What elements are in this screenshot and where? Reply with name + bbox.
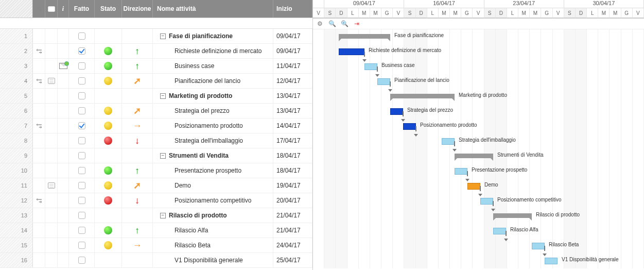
cell-note[interactable] — [45, 29, 58, 43]
cell-attach[interactable] — [33, 104, 45, 118]
cell-done[interactable] — [69, 208, 95, 223]
cell-note[interactable] — [45, 89, 58, 103]
table-row[interactable]: 9−Strumenti di Vendita18/04/17 — [0, 148, 312, 163]
done-checkbox[interactable] — [78, 32, 85, 40]
cell-info[interactable] — [58, 148, 69, 163]
day-header[interactable]: S — [564, 8, 576, 18]
table-row[interactable]: 3↑Business case11/04/17 — [0, 59, 312, 74]
cell-note[interactable] — [45, 148, 58, 163]
cell-done[interactable] — [69, 89, 95, 103]
table-row[interactable]: 12⥃↓Posizionamento competitivo20/04/17 — [0, 193, 312, 208]
table-row[interactable]: 13−Rilascio di prodotto21/04/17 — [0, 208, 312, 223]
col-attachment[interactable]: ⥃ — [33, 0, 45, 18]
gantt-summary-bar[interactable] — [390, 94, 455, 98]
gantt-row[interactable]: V1 Disponibilità generale — [313, 254, 644, 268]
cell-start[interactable]: 09/04/17 — [273, 29, 312, 43]
done-checkbox[interactable] — [78, 152, 85, 159]
cell-note[interactable] — [45, 238, 58, 252]
cell-direction[interactable]: ➚ — [122, 74, 153, 88]
cell-info[interactable] — [58, 104, 69, 118]
cell-state[interactable] — [95, 29, 122, 43]
table-row[interactable]: 2⥃↑Richieste definizione di mercato09/04… — [0, 44, 312, 59]
done-checkbox[interactable] — [78, 212, 85, 219]
table-row[interactable]: 10↑Presentazione prospetto18/04/17 — [0, 163, 312, 178]
done-checkbox[interactable] — [78, 62, 85, 70]
day-header[interactable]: M — [610, 8, 621, 18]
cell-direction[interactable] — [122, 89, 153, 103]
zoom-out-icon[interactable]: 🔍- — [328, 20, 336, 27]
cell-note[interactable] — [45, 59, 58, 73]
cell-name[interactable]: −Fase di pianificazione — [153, 29, 273, 43]
cell-state[interactable] — [95, 44, 122, 58]
indent-icon[interactable]: ⇥ — [353, 20, 360, 27]
cell-note[interactable] — [45, 119, 58, 133]
cell-attach[interactable]: ⥃ — [33, 193, 45, 208]
day-header[interactable]: G — [621, 8, 633, 18]
cell-direction[interactable]: → — [122, 119, 153, 133]
cell-attach[interactable] — [33, 208, 45, 223]
col-rownum[interactable] — [0, 0, 33, 18]
done-checkbox[interactable] — [78, 122, 85, 129]
table-row[interactable]: 8↓Strategia dell'imballaggio17/04/17 — [0, 133, 312, 148]
cell-name[interactable]: V1 Disponibilità generale — [153, 253, 273, 267]
cell-name[interactable]: −Strumenti di Vendita — [153, 148, 273, 163]
cell-attach[interactable] — [33, 59, 45, 73]
cell-done[interactable] — [69, 253, 95, 267]
cell-info[interactable] — [58, 178, 69, 193]
done-checkbox[interactable] — [78, 197, 85, 204]
cell-start[interactable]: 18/04/17 — [273, 163, 312, 178]
week-header[interactable]: 09/04/17 — [324, 0, 404, 8]
cell-state[interactable] — [95, 119, 122, 133]
cell-done[interactable] — [69, 59, 95, 73]
cell-done[interactable] — [69, 119, 95, 133]
gantt-row[interactable]: Pianificazione del lancio — [313, 74, 644, 89]
done-checkbox[interactable] — [78, 92, 85, 99]
day-header[interactable]: M — [518, 8, 530, 18]
cell-state[interactable] — [95, 208, 122, 223]
table-row[interactable]: 14↑Rilascio Alfa21/04/17 — [0, 223, 312, 238]
cell-name[interactable]: Demo — [153, 178, 273, 193]
cell-start[interactable]: 21/04/17 — [273, 208, 312, 223]
cell-info[interactable] — [58, 238, 69, 252]
cell-name[interactable]: Strategia del prezzo — [153, 104, 273, 118]
collapse-toggle[interactable]: − — [160, 33, 166, 39]
cell-done[interactable] — [69, 133, 95, 148]
done-checkbox[interactable] — [78, 137, 85, 144]
col-name[interactable]: Nome attività — [153, 0, 273, 18]
cell-direction[interactable]: ↑ — [122, 223, 153, 238]
table-row[interactable]: 15→Rilascio Beta24/04/17 — [0, 238, 312, 253]
cell-attach[interactable] — [33, 238, 45, 252]
cell-start[interactable]: 20/04/17 — [273, 193, 312, 208]
cell-direction[interactable]: ↑ — [122, 44, 153, 58]
cell-attach[interactable] — [33, 253, 45, 267]
collapse-toggle[interactable]: − — [160, 213, 166, 218]
cell-done[interactable] — [69, 163, 95, 178]
gantt-summary-bar[interactable] — [493, 213, 532, 218]
cell-state[interactable] — [95, 223, 122, 238]
day-header[interactable]: G — [541, 8, 552, 18]
day-header[interactable]: D — [336, 8, 347, 18]
gantt-row[interactable]: Business case — [313, 59, 644, 74]
cell-state[interactable] — [95, 74, 122, 88]
cell-start[interactable]: 09/04/17 — [273, 44, 312, 58]
cell-attach[interactable] — [33, 89, 45, 103]
day-header[interactable]: V — [393, 8, 404, 18]
day-header[interactable]: L — [347, 8, 359, 18]
gantt-row[interactable]: Richieste definizione di mercato — [313, 44, 644, 59]
cell-attach[interactable] — [33, 223, 45, 238]
cell-done[interactable] — [69, 193, 95, 208]
day-header[interactable]: M — [439, 8, 450, 18]
cell-start[interactable]: 18/04/17 — [273, 148, 312, 163]
cell-done[interactable] — [69, 148, 95, 163]
cell-name[interactable]: Business case — [153, 59, 273, 73]
cell-info[interactable] — [58, 253, 69, 267]
cell-direction[interactable] — [122, 148, 153, 163]
day-header[interactable]: M — [530, 8, 541, 18]
cell-info[interactable] — [58, 29, 69, 43]
gantt-summary-bar[interactable] — [339, 34, 390, 39]
cell-attach[interactable] — [33, 29, 45, 43]
cell-done[interactable] — [69, 29, 95, 43]
cell-info[interactable] — [58, 119, 69, 133]
day-header[interactable]: V — [633, 8, 644, 18]
cell-info[interactable] — [58, 59, 69, 73]
